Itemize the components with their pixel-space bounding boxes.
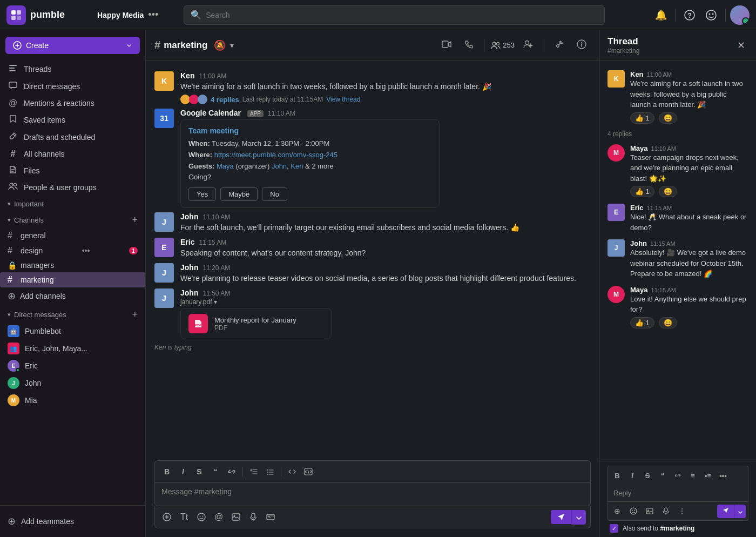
unordered-list-button[interactable] [262, 464, 278, 479]
info-button[interactable] [572, 37, 591, 53]
send-dropdown-button[interactable] [571, 510, 586, 525]
add-dm-icon[interactable]: + [132, 309, 138, 320]
channel-bell-icon[interactable]: 🔕 [214, 39, 226, 51]
workspace-dots-icon[interactable]: ••• [148, 9, 158, 21]
reaction-smile-1[interactable]: 😄 [659, 112, 677, 124]
also-send-checkbox[interactable]: ✓ [610, 524, 618, 533]
thread-italic-button[interactable]: I [625, 468, 639, 482]
thread-send-dropdown-button[interactable] [734, 505, 746, 518]
section-important[interactable]: ▾ Important [0, 196, 145, 210]
emoji-status-icon[interactable] [701, 5, 721, 25]
dm-pumblebot[interactable]: 🤖 Pumblebot [0, 323, 145, 340]
pin-button[interactable] [551, 38, 568, 52]
thread-list-button[interactable]: ≡ [686, 468, 700, 482]
workspace-name[interactable]: Happy Media [97, 11, 144, 19]
sidebar-item-threads[interactable]: Threads [0, 61, 145, 78]
help-icon[interactable]: ? [680, 5, 699, 25]
sidebar-channel-design[interactable]: # design ••• 1 [0, 243, 145, 258]
replies-link[interactable]: 4 replies [211, 96, 239, 104]
calendar-meeting-title[interactable]: Team meeting [188, 126, 431, 135]
search-bar[interactable]: 🔍 [184, 5, 605, 25]
guest-john[interactable]: John [272, 162, 287, 170]
thread-more-button[interactable]: ••• [716, 468, 730, 482]
reaction-thumbsup-1[interactable]: 👍 1 [630, 112, 654, 124]
sidebar-item-direct-messages[interactable]: Direct messages [0, 78, 145, 95]
code-block-button[interactable] [301, 464, 316, 479]
bold-button[interactable]: B [159, 464, 174, 479]
calendar-yes-button[interactable]: Yes [188, 187, 216, 201]
thread-send-button[interactable] [717, 505, 734, 518]
blockquote-button[interactable]: “ [208, 464, 223, 479]
section-channels[interactable]: ▾ Channels + [0, 210, 145, 228]
audio-icon[interactable] [246, 509, 261, 525]
file-attachment[interactable]: PDF Monthly report for January PDF [180, 308, 332, 339]
john-time-2: 11:20 AM [202, 264, 230, 272]
thread-close-button[interactable]: ✕ [733, 38, 748, 53]
user-avatar[interactable] [730, 5, 750, 25]
thread-maya-time-2: 11:15 AM [651, 287, 676, 293]
calendar-no-button[interactable]: No [262, 187, 287, 201]
thread-emoji-icon[interactable] [626, 504, 640, 518]
code-button[interactable] [285, 464, 300, 479]
thread-bold-button[interactable]: B [610, 468, 624, 482]
reaction-thumbsup-3[interactable]: 👍 1 [630, 317, 654, 328]
search-input[interactable] [206, 11, 598, 19]
design-more-icon[interactable]: ••• [82, 246, 90, 255]
add-attachment-icon[interactable] [159, 509, 174, 525]
text-format-icon[interactable]: Tt [177, 509, 192, 525]
guest-maya[interactable]: Maya [217, 162, 234, 170]
italic-button[interactable]: I [176, 464, 191, 479]
send-button[interactable] [551, 510, 571, 524]
add-member-button[interactable] [519, 38, 537, 52]
sidebar-item-all-channels[interactable]: # All channels [0, 146, 145, 162]
thread-reply-input[interactable]: Reply [608, 485, 748, 502]
dm-mia[interactable]: M Mia [0, 392, 145, 409]
phone-call-button[interactable] [460, 38, 477, 53]
strikethrough-button[interactable]: S [192, 464, 207, 479]
reaction-smile-3[interactable]: 😄 [659, 317, 677, 328]
add-channel-icon[interactable]: + [132, 214, 138, 226]
thread-link-button[interactable] [671, 468, 685, 482]
canvas-icon[interactable] [263, 509, 278, 525]
view-thread-link[interactable]: View thread [326, 96, 360, 103]
guest-ken[interactable]: Ken [291, 162, 303, 170]
member-count[interactable]: 253 [491, 41, 515, 49]
sidebar-item-drafts[interactable]: Drafts and scheduled [0, 129, 145, 146]
add-channels-button[interactable]: ⊕ Add channels [0, 287, 145, 305]
create-button[interactable]: Create [5, 37, 140, 54]
calendar-maybe-button[interactable]: Maybe [220, 187, 258, 201]
mention-icon[interactable]: @ [211, 509, 226, 525]
channel-chevron-icon[interactable]: ▾ [230, 41, 234, 50]
notifications-icon[interactable]: 🔔 [651, 5, 671, 25]
thread-strikethrough-button[interactable]: S [640, 468, 654, 482]
file-dropdown-label[interactable]: january.pdf ▾ [180, 298, 591, 306]
thread-bullet-button[interactable]: •≡ [701, 468, 715, 482]
dm-eric-john-maya[interactable]: 👥 Eric, John, Maya... [0, 340, 145, 357]
thread-more-icon[interactable]: ⋮ [675, 504, 689, 518]
thread-media-icon[interactable] [643, 504, 657, 518]
add-teammates-button[interactable]: ⊕ Add teammates [0, 511, 145, 532]
thread-add-icon[interactable]: ⊕ [610, 504, 624, 518]
thread-audio-icon[interactable] [659, 504, 673, 518]
sidebar-item-files[interactable]: Files [0, 162, 145, 179]
reaction-thumbsup-2[interactable]: 👍 1 [630, 186, 654, 197]
sidebar-channel-general[interactable]: # general [0, 228, 145, 243]
calendar-link[interactable]: https://meet.pumble.com/omv-ssog-245 [214, 151, 338, 159]
section-dm[interactable]: ▾ Direct messages + [0, 305, 145, 323]
sidebar-item-saved[interactable]: Saved items [0, 111, 145, 129]
sidebar-item-people[interactable]: People & user groups [0, 179, 145, 196]
sidebar-channel-marketing[interactable]: # marketing [0, 272, 145, 287]
message-input-box[interactable]: Message #marketing [154, 482, 591, 506]
dm-john[interactable]: J John [0, 374, 145, 392]
reaction-smile-2[interactable]: 😄 [659, 186, 677, 197]
sidebar-channel-managers[interactable]: 🔒 managers [0, 258, 145, 272]
pumblebot-avatar: 🤖 [8, 325, 19, 337]
dm-eric[interactable]: E Eric [0, 357, 145, 374]
link-button[interactable] [224, 464, 239, 479]
thread-blockquote-button[interactable]: “ [656, 468, 670, 482]
emoji-picker-icon[interactable] [194, 509, 209, 525]
ordered-list-button[interactable] [246, 464, 261, 479]
sidebar-item-mentions[interactable]: @ Mentions & reactions [0, 95, 145, 111]
media-icon[interactable] [228, 509, 244, 525]
video-call-button[interactable] [437, 38, 456, 52]
